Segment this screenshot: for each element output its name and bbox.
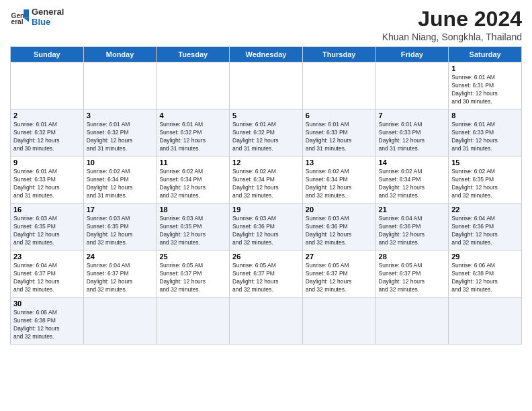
day-number: 29: [451, 253, 519, 261]
day-info: Sunrise: 6:01 AM Sunset: 6:32 PM Dayligh…: [159, 121, 226, 153]
header-day-thursday: Thursday: [302, 47, 375, 62]
calendar-cell: 18Sunrise: 6:03 AM Sunset: 6:35 PM Dayli…: [157, 203, 230, 250]
calendar-cell: 4Sunrise: 6:01 AM Sunset: 6:32 PM Daylig…: [157, 109, 230, 156]
day-number: 19: [232, 205, 300, 214]
day-info: Sunrise: 6:02 AM Sunset: 6:35 PM Dayligh…: [451, 168, 519, 200]
day-info: Sunrise: 6:02 AM Sunset: 6:34 PM Dayligh…: [306, 168, 373, 200]
day-number: 27: [306, 253, 373, 261]
day-info: Sunrise: 6:04 AM Sunset: 6:37 PM Dayligh…: [13, 262, 81, 294]
svg-marker-2: [24, 9, 29, 17]
header-day-wednesday: Wednesday: [230, 47, 303, 62]
calendar-cell: 29Sunrise: 6:06 AM Sunset: 6:38 PM Dayli…: [449, 250, 522, 298]
day-number: 22: [451, 205, 519, 214]
day-info: Sunrise: 6:05 AM Sunset: 6:37 PM Dayligh…: [379, 262, 446, 294]
calendar-cell: 11Sunrise: 6:02 AM Sunset: 6:34 PM Dayli…: [157, 156, 230, 203]
day-info: Sunrise: 6:04 AM Sunset: 6:37 PM Dayligh…: [87, 262, 154, 294]
day-number: 28: [379, 253, 446, 261]
calendar-subtitle: Khuan Niang, Songkhla, Thailand: [382, 32, 522, 42]
calendar-cell: 9Sunrise: 6:01 AM Sunset: 6:33 PM Daylig…: [11, 156, 84, 203]
day-number: 9: [13, 158, 81, 167]
title-block: June 2024 Khuan Niang, Songkhla, Thailan…: [382, 7, 522, 42]
day-number: 20: [306, 205, 373, 214]
day-number: 15: [451, 158, 519, 167]
day-info: Sunrise: 6:05 AM Sunset: 6:37 PM Dayligh…: [306, 262, 373, 294]
day-number: 18: [159, 205, 226, 214]
calendar-cell: [302, 62, 375, 109]
header-day-saturday: Saturday: [449, 47, 522, 62]
calendar-cell: 19Sunrise: 6:03 AM Sunset: 6:36 PM Dayli…: [230, 203, 303, 250]
logo-icon: Gen eral: [10, 7, 29, 26]
day-info: Sunrise: 6:01 AM Sunset: 6:33 PM Dayligh…: [451, 121, 519, 153]
calendar-cell: 17Sunrise: 6:03 AM Sunset: 6:35 PM Dayli…: [83, 203, 157, 250]
calendar-cell: 15Sunrise: 6:02 AM Sunset: 6:35 PM Dayli…: [449, 156, 522, 203]
day-number: 8: [451, 111, 519, 120]
calendar-cell: 13Sunrise: 6:02 AM Sunset: 6:34 PM Dayli…: [302, 156, 375, 203]
day-number: 2: [13, 111, 81, 120]
day-info: Sunrise: 6:06 AM Sunset: 6:38 PM Dayligh…: [13, 309, 81, 341]
day-number: 26: [232, 253, 300, 261]
day-info: Sunrise: 6:05 AM Sunset: 6:37 PM Dayligh…: [159, 262, 226, 294]
calendar-cell: 20Sunrise: 6:03 AM Sunset: 6:36 PM Dayli…: [302, 203, 375, 250]
day-info: Sunrise: 6:02 AM Sunset: 6:34 PM Dayligh…: [379, 168, 446, 200]
week-row-6: 30Sunrise: 6:06 AM Sunset: 6:38 PM Dayli…: [11, 298, 522, 345]
calendar-cell: [230, 298, 303, 345]
calendar-header: SundayMondayTuesdayWednesdayThursdayFrid…: [11, 47, 522, 62]
day-info: Sunrise: 6:03 AM Sunset: 6:36 PM Dayligh…: [232, 215, 300, 247]
calendar-title: June 2024: [382, 7, 522, 32]
day-info: Sunrise: 6:02 AM Sunset: 6:34 PM Dayligh…: [87, 168, 154, 200]
day-info: Sunrise: 6:02 AM Sunset: 6:34 PM Dayligh…: [159, 168, 226, 200]
calendar-cell: 1Sunrise: 6:01 AM Sunset: 6:31 PM Daylig…: [449, 62, 522, 109]
calendar-cell: 30Sunrise: 6:06 AM Sunset: 6:38 PM Dayli…: [11, 298, 84, 345]
day-number: 1: [451, 64, 519, 73]
day-info: Sunrise: 6:03 AM Sunset: 6:35 PM Dayligh…: [87, 215, 154, 247]
day-info: Sunrise: 6:01 AM Sunset: 6:32 PM Dayligh…: [13, 121, 81, 153]
calendar-cell: 26Sunrise: 6:05 AM Sunset: 6:37 PM Dayli…: [230, 250, 303, 298]
calendar-cell: 5Sunrise: 6:01 AM Sunset: 6:32 PM Daylig…: [230, 109, 303, 156]
calendar-cell: 24Sunrise: 6:04 AM Sunset: 6:37 PM Dayli…: [83, 250, 157, 298]
week-row-4: 16Sunrise: 6:03 AM Sunset: 6:35 PM Dayli…: [11, 203, 522, 250]
day-number: 4: [159, 111, 226, 120]
calendar-cell: 7Sunrise: 6:01 AM Sunset: 6:33 PM Daylig…: [375, 109, 449, 156]
calendar-cell: 16Sunrise: 6:03 AM Sunset: 6:35 PM Dayli…: [11, 203, 84, 250]
day-number: 12: [232, 158, 300, 167]
day-number: 30: [13, 300, 81, 308]
calendar-cell: [11, 62, 84, 109]
calendar-cell: [157, 298, 230, 345]
calendar-cell: 6Sunrise: 6:01 AM Sunset: 6:33 PM Daylig…: [302, 109, 375, 156]
calendar-cell: 14Sunrise: 6:02 AM Sunset: 6:34 PM Dayli…: [375, 156, 449, 203]
header-day-monday: Monday: [83, 47, 157, 62]
calendar-cell: 27Sunrise: 6:05 AM Sunset: 6:37 PM Dayli…: [302, 250, 375, 298]
day-number: 7: [379, 111, 446, 120]
day-number: 5: [232, 111, 300, 120]
day-number: 17: [87, 205, 154, 214]
day-info: Sunrise: 6:02 AM Sunset: 6:34 PM Dayligh…: [232, 168, 300, 200]
day-number: 11: [159, 158, 226, 167]
day-number: 16: [13, 205, 81, 214]
calendar-cell: 2Sunrise: 6:01 AM Sunset: 6:32 PM Daylig…: [11, 109, 84, 156]
day-info: Sunrise: 6:03 AM Sunset: 6:35 PM Dayligh…: [13, 215, 81, 247]
day-number: 6: [306, 111, 373, 120]
day-info: Sunrise: 6:01 AM Sunset: 6:32 PM Dayligh…: [232, 121, 300, 153]
calendar-cell: 28Sunrise: 6:05 AM Sunset: 6:37 PM Dayli…: [375, 250, 449, 298]
header-day-friday: Friday: [375, 47, 449, 62]
day-info: Sunrise: 6:01 AM Sunset: 6:32 PM Dayligh…: [87, 121, 154, 153]
week-row-2: 2Sunrise: 6:01 AM Sunset: 6:32 PM Daylig…: [11, 109, 522, 156]
week-row-1: 1Sunrise: 6:01 AM Sunset: 6:31 PM Daylig…: [11, 62, 522, 109]
logo: Gen eral General Blue: [10, 7, 64, 27]
calendar-cell: [83, 298, 157, 345]
header: Gen eral General Blue June 2024 Khuan Ni…: [10, 7, 522, 42]
day-info: Sunrise: 6:01 AM Sunset: 6:31 PM Dayligh…: [451, 74, 519, 106]
calendar-cell: [157, 62, 230, 109]
day-info: Sunrise: 6:03 AM Sunset: 6:35 PM Dayligh…: [159, 215, 226, 247]
calendar-cell: 23Sunrise: 6:04 AM Sunset: 6:37 PM Dayli…: [11, 250, 84, 298]
calendar-cell: 3Sunrise: 6:01 AM Sunset: 6:32 PM Daylig…: [83, 109, 157, 156]
day-info: Sunrise: 6:05 AM Sunset: 6:37 PM Dayligh…: [232, 262, 300, 294]
week-row-3: 9Sunrise: 6:01 AM Sunset: 6:33 PM Daylig…: [11, 156, 522, 203]
calendar-cell: [83, 62, 157, 109]
day-number: 10: [87, 158, 154, 167]
header-day-sunday: Sunday: [11, 47, 84, 62]
day-info: Sunrise: 6:03 AM Sunset: 6:36 PM Dayligh…: [306, 215, 373, 247]
day-info: Sunrise: 6:04 AM Sunset: 6:36 PM Dayligh…: [451, 215, 519, 247]
svg-marker-3: [24, 18, 29, 22]
day-info: Sunrise: 6:01 AM Sunset: 6:33 PM Dayligh…: [306, 121, 373, 153]
